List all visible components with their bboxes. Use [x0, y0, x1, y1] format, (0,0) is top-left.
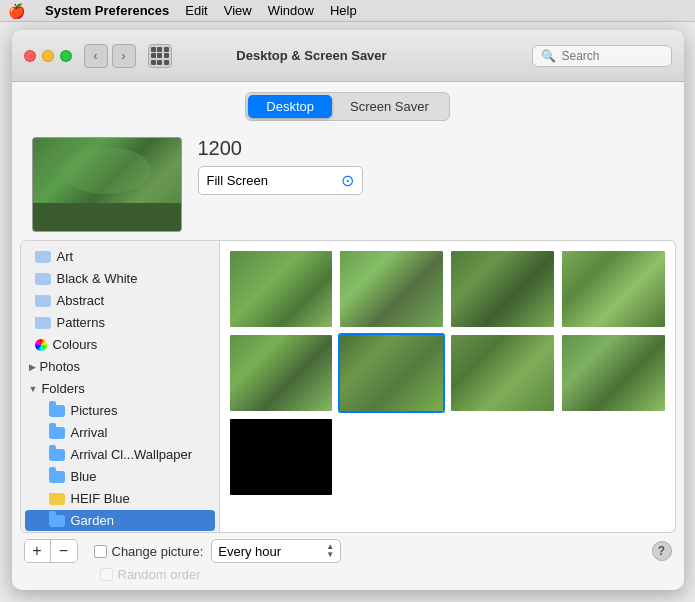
- sidebar-item-garden[interactable]: Garden: [25, 510, 215, 531]
- change-picture-checkbox[interactable]: [94, 545, 107, 558]
- sidebar-item-pictures[interactable]: Pictures: [25, 400, 215, 421]
- apple-menu[interactable]: 🍎: [8, 3, 25, 19]
- menu-help[interactable]: Help: [330, 3, 357, 18]
- fill-option-label: Fill Screen: [207, 173, 268, 188]
- fill-options: 1200 Fill Screen ⊙: [198, 137, 363, 195]
- bottom-row1: + − Change picture: Every hour ▲ ▼: [20, 533, 676, 565]
- change-picture-checkbox-wrap: Change picture:: [94, 544, 204, 559]
- sidebar-item-label: Black & White: [57, 271, 138, 286]
- titlebar: ‹ › Desktop & Screen Saver 🔍: [12, 30, 684, 82]
- thumbnail[interactable]: [228, 249, 335, 329]
- help-button[interactable]: ?: [652, 541, 672, 561]
- search-input[interactable]: [562, 49, 663, 63]
- menubar: 🍎 System Preferences Edit View Window He…: [0, 0, 695, 22]
- thumbnail[interactable]: [449, 249, 556, 329]
- menu-edit[interactable]: Edit: [185, 3, 207, 18]
- fill-dropdown-arrow-icon: ⊙: [341, 171, 354, 190]
- search-icon: 🔍: [541, 49, 556, 63]
- desktop-preview: [32, 137, 182, 232]
- thumbnail-image: [562, 251, 665, 327]
- maximize-button[interactable]: [60, 50, 72, 62]
- window: ‹ › Desktop & Screen Saver 🔍 Desktop Scr…: [12, 30, 684, 590]
- resolution-number: 1200: [198, 137, 363, 160]
- tab-group: Desktop Screen Saver: [245, 92, 449, 121]
- folder-icon: [49, 427, 65, 439]
- window-title: Desktop & Screen Saver: [92, 48, 532, 63]
- content: 1200 Fill Screen ⊙ Art Black & White: [12, 129, 684, 590]
- thumbnail-image: [562, 335, 665, 411]
- interval-stepper-icon: ▲ ▼: [326, 543, 334, 559]
- remove-folder-button[interactable]: −: [51, 540, 77, 562]
- folder-icon: [35, 251, 51, 263]
- thumbnail-selected[interactable]: [338, 333, 445, 413]
- thumbnail-image: [230, 335, 333, 411]
- sidebar-item-label: Abstract: [57, 293, 105, 308]
- thumbnail-image: [230, 251, 333, 327]
- main-panel: Art Black & White Abstract Patterns Colo…: [12, 240, 684, 533]
- bottom-controls: + − Change picture: Every hour ▲ ▼: [12, 533, 684, 590]
- sidebar: Art Black & White Abstract Patterns Colo…: [20, 240, 220, 533]
- sidebar-item-label: Colours: [53, 337, 98, 352]
- disclosure-arrow-icon: ▶: [29, 362, 36, 372]
- sidebar-item-black-white[interactable]: Black & White: [25, 268, 215, 289]
- thumbnail[interactable]: [228, 417, 335, 497]
- fill-dropdown[interactable]: Fill Screen ⊙: [198, 166, 363, 195]
- app-name[interactable]: System Preferences: [45, 3, 169, 18]
- menu-view[interactable]: View: [224, 3, 252, 18]
- folder-icon: [49, 471, 65, 483]
- sidebar-item-art[interactable]: Art: [25, 246, 215, 267]
- change-picture-label: Change picture:: [112, 544, 204, 559]
- sidebar-item-patterns[interactable]: Patterns: [25, 312, 215, 333]
- sidebar-item-blue[interactable]: Blue: [25, 466, 215, 487]
- interval-value: Every hour: [218, 544, 322, 559]
- folder-icon: [35, 273, 51, 285]
- folder-icon: [49, 493, 65, 505]
- thumbnail[interactable]: [228, 333, 335, 413]
- minimize-button[interactable]: [42, 50, 54, 62]
- sidebar-item-heif-blue[interactable]: HEIF Blue: [25, 488, 215, 509]
- preview-image: [33, 138, 181, 231]
- interval-dropdown[interactable]: Every hour ▲ ▼: [211, 539, 341, 563]
- folders-label: Folders: [41, 381, 84, 396]
- sidebar-item-colours[interactable]: Colours: [25, 334, 215, 355]
- random-order-checkbox[interactable]: [100, 568, 113, 581]
- sidebar-disclosure-folders[interactable]: ▼ Folders: [21, 378, 219, 399]
- color-icon: [35, 339, 47, 351]
- sidebar-item-label: Blue: [71, 469, 97, 484]
- menu-window[interactable]: Window: [268, 3, 314, 18]
- sidebar-disclosure-photos[interactable]: ▶ Photos: [21, 356, 219, 377]
- tabs-row: Desktop Screen Saver: [12, 82, 684, 129]
- random-order-label: Random order: [118, 567, 201, 582]
- sidebar-item-abstract[interactable]: Abstract: [25, 290, 215, 311]
- sidebar-item-label: Art: [57, 249, 74, 264]
- sidebar-item-arrival[interactable]: Arrival: [25, 422, 215, 443]
- disclosure-arrow-icon: ▼: [29, 384, 38, 394]
- preview-row: 1200 Fill Screen ⊙: [12, 129, 684, 240]
- folder-icon: [49, 405, 65, 417]
- sidebar-item-label: HEIF Blue: [71, 491, 130, 506]
- thumbnail-image: [340, 251, 443, 327]
- thumbnail-grid: [220, 240, 676, 533]
- folder-icon: [35, 295, 51, 307]
- close-button[interactable]: [24, 50, 36, 62]
- thumbnail[interactable]: [449, 333, 556, 413]
- thumbnail-image: [340, 335, 443, 411]
- sidebar-item-arrival-cl[interactable]: Arrival Cl...Wallpaper: [25, 444, 215, 465]
- add-folder-button[interactable]: +: [25, 540, 51, 562]
- tab-desktop[interactable]: Desktop: [248, 95, 332, 118]
- sidebar-item-label: Arrival Cl...Wallpaper: [71, 447, 193, 462]
- search-box[interactable]: 🔍: [532, 45, 672, 67]
- tab-screen-saver[interactable]: Screen Saver: [332, 95, 447, 118]
- thumbnail-image: [451, 251, 554, 327]
- traffic-lights: [24, 50, 72, 62]
- thumbnail-image: [230, 419, 333, 495]
- folder-icon: [49, 515, 65, 527]
- thumbnail[interactable]: [338, 249, 445, 329]
- folder-icon: [49, 449, 65, 461]
- sidebar-item-label: Arrival: [71, 425, 108, 440]
- thumbnail[interactable]: [560, 333, 667, 413]
- folder-icon: [35, 317, 51, 329]
- thumbnail[interactable]: [560, 249, 667, 329]
- add-remove-buttons: + −: [24, 539, 78, 563]
- sidebar-item-label: Patterns: [57, 315, 105, 330]
